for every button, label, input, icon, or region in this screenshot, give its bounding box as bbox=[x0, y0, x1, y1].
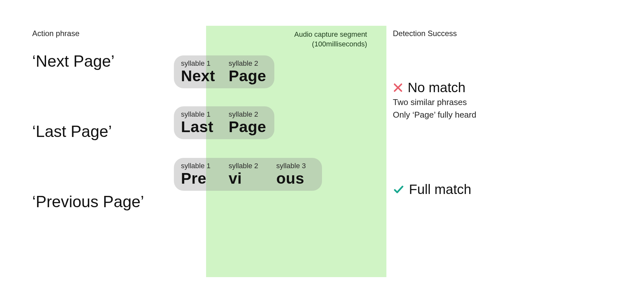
syllable-previous-3: syllable 3 ous bbox=[276, 162, 315, 186]
column-syllables: Audio capture segment (100milliseconds) … bbox=[174, 26, 374, 290]
syllable-row-last: syllable 1 Last syllable 2 Page bbox=[174, 106, 374, 139]
syllable-text: vi bbox=[229, 171, 242, 186]
x-icon bbox=[393, 82, 403, 93]
syllable-label: syllable 2 bbox=[229, 110, 258, 119]
syllable-pill-previous: syllable 1 Pre syllable 2 vi syllable 3 … bbox=[174, 158, 322, 191]
check-icon bbox=[393, 184, 404, 195]
heading-detection-success: Detection Success bbox=[393, 29, 612, 38]
syllable-previous-2: syllable 2 vi bbox=[229, 162, 267, 186]
result-full-match: Full match bbox=[393, 182, 612, 197]
capture-title: Audio capture segment bbox=[294, 30, 367, 39]
column-action-phrase: Action phrase ‘Next Page’ ‘Last Page’ ‘P… bbox=[32, 26, 155, 290]
syllable-label: syllable 1 bbox=[181, 110, 211, 119]
syllable-last-1: syllable 1 Last bbox=[181, 110, 220, 135]
syllable-label: syllable 2 bbox=[229, 162, 258, 170]
syllable-text: Page bbox=[229, 119, 266, 135]
syllable-next-2: syllable 2 Page bbox=[229, 59, 267, 84]
syllable-pill-last: syllable 1 Last syllable 2 Page bbox=[174, 106, 274, 139]
syllable-row-next: syllable 1 Next syllable 2 Page bbox=[174, 55, 374, 88]
column-detection-success: Detection Success No match Two similar p… bbox=[393, 26, 612, 290]
syllable-text: ous bbox=[276, 171, 304, 186]
result-no-match-line: No match bbox=[393, 80, 612, 95]
syllable-previous-1: syllable 1 Pre bbox=[181, 162, 220, 186]
phrase-row-last: ‘Last Page’ bbox=[32, 123, 155, 187]
syllable-text: Last bbox=[181, 119, 213, 135]
syllable-label: syllable 2 bbox=[229, 59, 258, 68]
syllable-text: Pre bbox=[181, 171, 206, 186]
capture-subtitle: (100milliseconds) bbox=[312, 40, 367, 48]
syllable-text: Page bbox=[229, 68, 266, 84]
syllable-last-2: syllable 2 Page bbox=[229, 110, 267, 135]
result-full-match-line: Full match bbox=[393, 182, 612, 197]
result-no-match-sub2: Only ‘Page’ fully heard bbox=[393, 109, 612, 121]
syllable-text: Next bbox=[181, 68, 215, 84]
diagram-root: Action phrase ‘Next Page’ ‘Last Page’ ‘P… bbox=[0, 0, 644, 290]
syllable-row-previous: syllable 1 Pre syllable 2 vi syllable 3 … bbox=[174, 158, 374, 191]
heading-action-phrase: Action phrase bbox=[32, 29, 155, 38]
result-full-match-title: Full match bbox=[409, 182, 471, 197]
syllable-pill-next: syllable 1 Next syllable 2 Page bbox=[174, 55, 274, 88]
phrase-row-next: ‘Next Page’ bbox=[32, 53, 155, 117]
phrase-previous: ‘Previous Page’ bbox=[32, 193, 155, 211]
result-no-match-title: No match bbox=[408, 80, 466, 95]
phrase-last: ‘Last Page’ bbox=[32, 123, 155, 140]
syllable-label: syllable 1 bbox=[181, 59, 211, 68]
result-no-match: No match Two similar phrases Only ‘Page’… bbox=[393, 80, 612, 121]
syllable-label: syllable 3 bbox=[276, 162, 306, 170]
syllable-label: syllable 1 bbox=[181, 162, 211, 170]
phrase-row-previous: ‘Previous Page’ bbox=[32, 193, 155, 257]
result-no-match-sub1: Two similar phrases bbox=[393, 97, 612, 108]
phrase-next: ‘Next Page’ bbox=[32, 53, 155, 70]
syllable-next-1: syllable 1 Next bbox=[181, 59, 220, 84]
